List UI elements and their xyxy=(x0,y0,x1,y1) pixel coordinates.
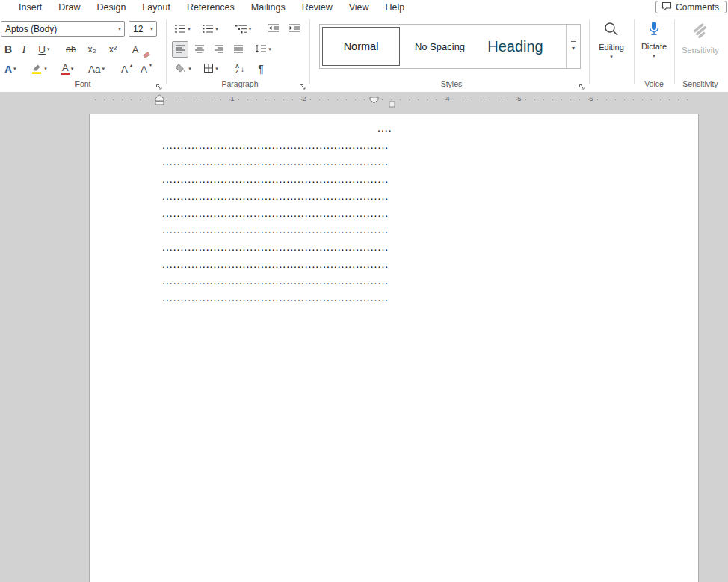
font-size-value: 12 xyxy=(133,24,143,34)
document-text[interactable]: .... ...................................… xyxy=(162,120,698,307)
chevron-down-icon[interactable]: ▾ xyxy=(13,66,16,72)
style-no-spacing[interactable]: No Spacing xyxy=(402,28,478,65)
line-spacing-button[interactable]: ▾ xyxy=(251,41,275,58)
justify-button[interactable] xyxy=(230,41,247,58)
sensitivity-group: Sensitivity Sensitivity xyxy=(676,15,725,91)
font-name-value: Aptos (Body) xyxy=(5,24,57,34)
voice-group-label: Voice xyxy=(635,79,673,88)
sort-letter-a: A xyxy=(235,64,239,69)
font-size-combobox[interactable]: 12 ▾ xyxy=(129,21,157,37)
style-normal[interactable]: Normal xyxy=(322,27,400,66)
chevron-down-icon[interactable]: ▾ xyxy=(188,66,191,72)
chevron-down-icon[interactable]: ▾ xyxy=(44,66,47,72)
sort-letter-z: Z xyxy=(235,69,239,74)
font-color-button[interactable]: A ▾ xyxy=(55,61,79,77)
bullet-list-button[interactable]: ▾ xyxy=(172,21,193,37)
tab-view[interactable]: View xyxy=(341,0,377,15)
tab-mailings[interactable]: Mailings xyxy=(243,0,294,15)
align-left-icon xyxy=(175,43,185,56)
font-name-combobox[interactable]: Aptos (Body) ▾ xyxy=(1,21,125,37)
eraser-icon xyxy=(143,52,149,58)
font-color-letter: A xyxy=(61,64,70,75)
arrow-down-icon: ↓ xyxy=(241,65,244,73)
paragraph-dialog-launcher[interactable] xyxy=(299,80,306,88)
shading-button[interactable]: ▾ xyxy=(172,61,194,77)
gallery-more-bar xyxy=(571,41,576,42)
tab-help[interactable]: Help xyxy=(377,0,413,15)
horizontal-ruler[interactable]: 1 2 3 4 5 6 xyxy=(89,94,699,105)
editing-group: Editing ▾ xyxy=(590,15,632,91)
superscript-button[interactable]: x² xyxy=(103,41,123,58)
dictate-button[interactable]: Dictate ▾ xyxy=(635,21,673,59)
increase-indent-button[interactable] xyxy=(286,21,303,37)
document-page[interactable]: .... ...................................… xyxy=(89,114,699,582)
show-formatting-marks-button[interactable]: ¶ xyxy=(253,61,269,77)
underline-button[interactable]: U ▾ xyxy=(33,41,55,58)
chevron-down-icon[interactable]: ▾ xyxy=(188,26,191,32)
tab-draw[interactable]: Draw xyxy=(50,0,88,15)
align-right-button[interactable] xyxy=(211,41,227,58)
ribbon: Aptos (Body) ▾ 12 ▾ B I U ▾ ab x₂ x² A xyxy=(0,15,728,91)
strikethrough-button[interactable]: ab xyxy=(61,41,81,58)
highlight-color-button[interactable]: ▾ xyxy=(27,61,51,77)
sort-button[interactable]: A Z ↓ xyxy=(230,61,250,77)
chevron-down-icon[interactable]: ▾ xyxy=(47,46,50,52)
chevron-down-icon[interactable]: ▾ xyxy=(150,25,156,32)
tab-review[interactable]: Review xyxy=(294,0,341,15)
line-spacing-icon xyxy=(255,43,267,56)
tab-references[interactable]: References xyxy=(179,0,243,15)
align-center-icon xyxy=(194,43,205,56)
microphone-icon xyxy=(647,21,661,40)
ruler-square-marker[interactable] xyxy=(389,97,395,111)
subscript-button[interactable]: x₂ xyxy=(82,41,102,58)
borders-button[interactable]: ▾ xyxy=(199,61,223,77)
styles-gallery-more-button[interactable]: ▾ xyxy=(566,25,580,68)
caret-down-icon: ▼ xyxy=(149,63,152,67)
paragraph-group: ▾ ▾ ▾ xyxy=(170,15,309,91)
style-heading[interactable]: Heading xyxy=(478,28,553,65)
change-case-button[interactable]: Aa ▾ xyxy=(84,61,109,77)
ruler-number: 2 xyxy=(302,94,306,102)
voice-group: Dictate ▾ Voice xyxy=(635,15,673,91)
numbered-list-icon xyxy=(202,23,214,36)
group-separator xyxy=(589,19,590,84)
tab-design[interactable]: Design xyxy=(88,0,134,15)
chevron-down-icon[interactable]: ▾ xyxy=(215,26,218,32)
bullet-list-icon xyxy=(174,23,186,36)
styles-group: Normal No Spacing Heading ▾ Styles xyxy=(314,15,589,91)
chevron-down-icon[interactable]: ▾ xyxy=(215,66,218,72)
shrink-font-button[interactable]: A ▼ xyxy=(138,61,155,77)
decrease-indent-button[interactable] xyxy=(265,21,283,37)
text-effects-button[interactable]: A ▾ xyxy=(0,61,21,77)
clear-formatting-letter: A xyxy=(132,44,139,55)
grow-font-button[interactable]: A ▲ xyxy=(118,61,136,77)
sensitivity-button[interactable]: Sensitivity xyxy=(676,21,725,55)
tab-layout[interactable]: Layout xyxy=(134,0,179,15)
clear-formatting-button[interactable]: A xyxy=(126,41,145,58)
bold-button[interactable]: B xyxy=(0,41,16,58)
comments-button[interactable]: Comments xyxy=(655,1,727,13)
document-line: ........................................… xyxy=(162,188,698,205)
multilevel-list-button[interactable]: ▾ xyxy=(230,21,256,37)
font-dialog-launcher[interactable] xyxy=(155,80,163,88)
editing-button[interactable]: Editing ▾ xyxy=(590,21,632,60)
chevron-down-icon[interactable]: ▾ xyxy=(118,25,124,32)
text-effects-letter: A xyxy=(4,64,12,75)
styles-group-label: Styles xyxy=(314,79,589,88)
first-line-indent-marker[interactable] xyxy=(369,94,379,107)
chevron-down-icon: ▾ xyxy=(653,53,655,59)
chevron-down-icon[interactable]: ▾ xyxy=(268,46,271,52)
italic-button[interactable]: I xyxy=(16,41,31,58)
group-separator xyxy=(634,19,635,84)
chevron-down-icon[interactable]: ▾ xyxy=(249,26,252,32)
numbered-list-button[interactable]: ▾ xyxy=(199,21,221,37)
group-separator xyxy=(309,19,310,84)
left-indent-marker[interactable] xyxy=(155,94,164,108)
chevron-down-icon[interactable]: ▾ xyxy=(71,66,74,72)
document-line: .... xyxy=(162,120,698,137)
styles-dialog-launcher[interactable] xyxy=(579,80,586,88)
tab-insert[interactable]: Insert xyxy=(10,0,50,15)
align-center-button[interactable] xyxy=(191,41,208,58)
chevron-down-icon[interactable]: ▾ xyxy=(102,66,105,72)
align-left-button[interactable] xyxy=(172,41,188,58)
